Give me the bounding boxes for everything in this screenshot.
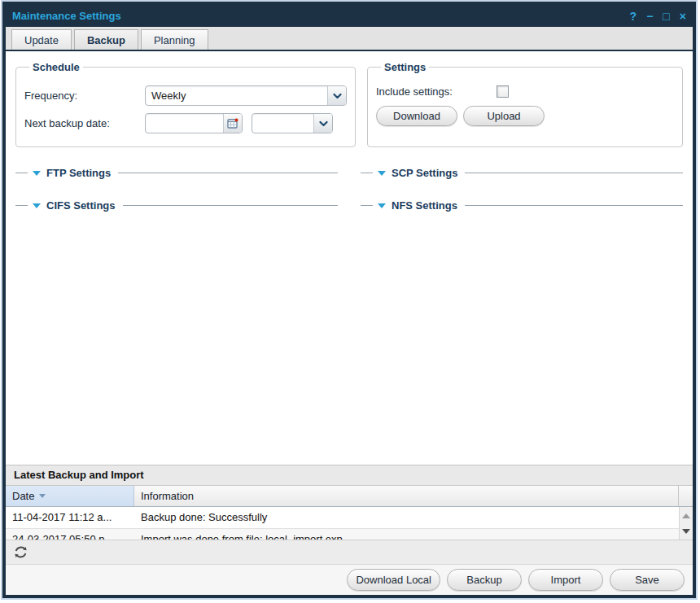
- settings-legend: Settings: [381, 61, 429, 73]
- frequency-select[interactable]: Weekly: [145, 85, 347, 106]
- column-header-date[interactable]: Date: [6, 486, 134, 506]
- cifs-settings-header[interactable]: CIFS Settings: [15, 199, 338, 212]
- scp-settings-header[interactable]: SCP Settings: [361, 167, 683, 179]
- sort-desc-icon: [39, 494, 46, 498]
- table-toolbar: [6, 540, 693, 564]
- tab-backup[interactable]: Backup: [74, 29, 138, 50]
- history-panel-title: Latest Backup and Import: [6, 465, 693, 486]
- minimize-icon[interactable]: −: [646, 11, 653, 22]
- chevron-down-icon[interactable]: [313, 114, 332, 133]
- next-backup-date-label: Next backup date:: [24, 117, 145, 129]
- close-icon[interactable]: ×: [680, 11, 686, 22]
- table-row[interactable]: 11-04-2017 11:12 a... Backup done: Succe…: [6, 507, 679, 529]
- include-settings-label: Include settings:: [376, 85, 497, 98]
- history-table-body: 11-04-2017 11:12 a... Backup done: Succe…: [6, 507, 693, 540]
- backup-time-select[interactable]: [252, 113, 333, 133]
- backup-button[interactable]: Backup: [447, 569, 522, 591]
- upload-button[interactable]: Upload: [463, 106, 545, 126]
- download-button[interactable]: Download: [376, 106, 457, 126]
- window-controls: ? − □ ×: [630, 11, 686, 22]
- footer-actions: Download Local Backup Import Save: [6, 564, 693, 595]
- table-row[interactable]: 24-03-2017 05:50 p... Import was done fr…: [6, 529, 679, 540]
- scrollbar-header-spacer: [679, 486, 693, 506]
- refresh-icon[interactable]: [13, 544, 28, 560]
- chevron-down-icon[interactable]: [327, 86, 346, 105]
- schedule-legend: Schedule: [29, 61, 83, 73]
- next-backup-date-field: [145, 113, 243, 133]
- triangle-down-icon: [378, 203, 386, 208]
- tab-update[interactable]: Update: [11, 29, 72, 50]
- triangle-down-icon: [33, 203, 41, 208]
- triangle-down-icon: [378, 171, 386, 176]
- table-scrollbar[interactable]: [679, 507, 693, 540]
- tab-planning[interactable]: Planning: [141, 29, 208, 50]
- tab-bar: Update Backup Planning: [6, 27, 693, 51]
- scroll-down-icon[interactable]: [682, 529, 690, 534]
- nfs-settings-header[interactable]: NFS Settings: [361, 199, 683, 212]
- include-settings-checkbox[interactable]: [497, 85, 509, 98]
- column-header-information[interactable]: Information: [134, 486, 679, 506]
- protocol-sections: FTP Settings SCP Settings CIFS Settings …: [15, 167, 683, 212]
- settings-group: Settings Include settings: Download Uplo…: [367, 61, 683, 147]
- schedule-group: Schedule Frequency: Weekly Next backup d…: [15, 61, 356, 147]
- help-icon[interactable]: ?: [630, 11, 637, 22]
- save-button[interactable]: Save: [610, 569, 685, 591]
- history-table-header: Date Information: [6, 486, 693, 507]
- window-title: Maintenance Settings: [12, 10, 630, 22]
- download-local-button[interactable]: Download Local: [347, 569, 440, 591]
- frequency-value: Weekly: [146, 86, 327, 105]
- backup-time-value: [252, 114, 313, 133]
- triangle-down-icon: [33, 171, 41, 176]
- maximize-icon[interactable]: □: [663, 11, 669, 22]
- scroll-up-icon[interactable]: [682, 513, 690, 518]
- import-button[interactable]: Import: [528, 569, 603, 591]
- titlebar: Maintenance Settings ? − □ ×: [6, 5, 693, 27]
- top-fieldsets: Schedule Frequency: Weekly Next backup d…: [15, 61, 683, 147]
- backup-tab-content: Schedule Frequency: Weekly Next backup d…: [6, 51, 693, 465]
- calendar-icon[interactable]: [223, 114, 242, 133]
- maintenance-settings-window: Maintenance Settings ? − □ × Update Back…: [2, 2, 696, 598]
- ftp-settings-header[interactable]: FTP Settings: [15, 167, 338, 179]
- frequency-label: Frequency:: [24, 90, 145, 102]
- date-input[interactable]: [146, 114, 223, 133]
